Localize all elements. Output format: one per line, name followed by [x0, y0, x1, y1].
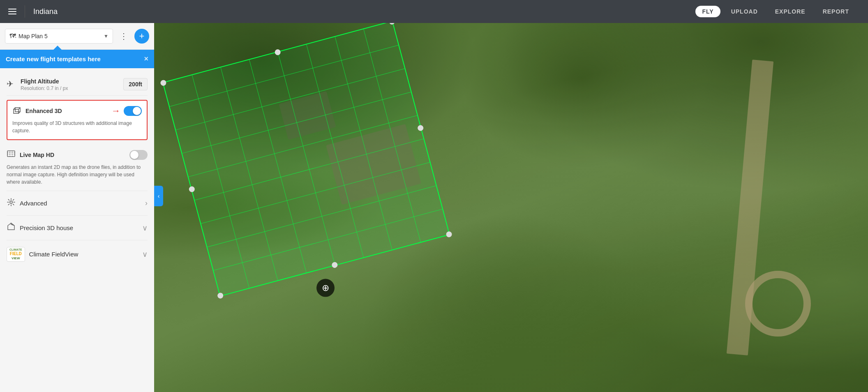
toggle-thumb: [133, 107, 141, 115]
enhanced-3d-icon: [12, 106, 21, 115]
flight-altitude-icon: ✈: [7, 79, 16, 89]
map-plan-chevron-icon: ▼: [104, 33, 108, 39]
advanced-row[interactable]: Advanced ›: [7, 191, 148, 216]
app-header: Indiana FLY UPLOAD EXPLORE REPORT: [0, 0, 868, 23]
flight-altitude-resolution: Resolution: 0.7 in / px: [21, 85, 68, 91]
svg-point-10: [10, 201, 12, 203]
map-plan-icon: 🗺: [9, 32, 16, 40]
tooltip-text: Create new flight templates here: [6, 55, 101, 62]
add-button[interactable]: +: [134, 29, 149, 44]
enhanced-3d-section: Enhanced 3D → Improves quality of 3D str…: [7, 100, 148, 140]
map-plan-label: Map Plan 5: [18, 33, 101, 39]
live-map-description: Generates an instant 2D map as the drone…: [7, 164, 148, 186]
enhanced-3d-header: Enhanced 3D →: [12, 106, 142, 116]
sidebar-content: ✈ Flight Altitude Resolution: 0.7 in / p…: [0, 68, 154, 392]
enhanced-3d-toggle[interactable]: [124, 106, 142, 116]
live-map-label: Live Map HD: [20, 152, 54, 158]
svg-rect-0: [14, 109, 18, 113]
live-map-hd-section: Live Map HD Generates an instant 2D map …: [7, 144, 148, 191]
hamburger-menu-button[interactable]: [0, 0, 25, 23]
svg-rect-5: [7, 151, 15, 157]
tooltip-arrow: [53, 46, 62, 50]
sidebar-collapse-button[interactable]: ‹: [154, 186, 163, 206]
altitude-value[interactable]: 200ft: [123, 78, 148, 90]
app-title: Indiana: [25, 7, 66, 16]
svg-marker-12: [11, 223, 14, 226]
tooltip-banner: Create new flight templates here ×: [0, 50, 154, 68]
live-map-toggle[interactable]: [129, 150, 148, 160]
precision-3d-icon: [7, 222, 16, 233]
flight-altitude-row: ✈ Flight Altitude Resolution: 0.7 in / p…: [7, 74, 148, 96]
enhanced-3d-description: Improves quality of 3D structures with a…: [12, 120, 142, 134]
sidebar-top-bar: 🗺 Map Plan 5 ▼ ⋮ +: [0, 23, 154, 50]
climate-fieldview-label: Climate FieldView: [29, 251, 78, 258]
nav-report-button[interactable]: REPORT: [816, 6, 856, 17]
advanced-label: Advanced: [20, 200, 47, 207]
nav-upload-button[interactable]: UPLOAD: [725, 6, 764, 17]
map-area[interactable]: START ⊕: [154, 23, 868, 392]
map-plan-selector[interactable]: 🗺 Map Plan 5 ▼: [5, 29, 113, 44]
live-map-toggle-thumb: [130, 151, 139, 159]
climate-badge: CLIMATE FIELD VIEW: [7, 247, 25, 262]
map-driveway: [745, 271, 811, 337]
advanced-chevron-icon: ›: [145, 199, 148, 208]
red-arrow-icon: →: [111, 106, 120, 116]
enhanced-3d-label: Enhanced 3D: [25, 108, 62, 114]
flight-altitude-label: Flight Altitude: [21, 78, 68, 85]
flight-altitude-info: Flight Altitude Resolution: 0.7 in / px: [21, 78, 68, 91]
arrow-indicator: →: [62, 106, 142, 116]
move-icon[interactable]: ⊕: [316, 279, 335, 297]
toggle-track: [124, 106, 142, 116]
live-map-icon: [7, 149, 16, 160]
nav-fly-button[interactable]: FLY: [695, 6, 720, 17]
nav-explore-button[interactable]: EXPLORE: [769, 6, 812, 17]
map-background: START ⊕: [154, 23, 868, 392]
header-navigation: FLY UPLOAD EXPLORE REPORT: [695, 6, 868, 17]
advanced-icon: [7, 198, 16, 209]
precision-3d-label: Precision 3D house: [20, 224, 73, 231]
more-options-button[interactable]: ⋮: [116, 29, 131, 44]
live-map-toggle-track: [129, 150, 148, 160]
precision-chevron-icon: ∨: [142, 224, 148, 233]
sidebar: 🗺 Map Plan 5 ▼ ⋮ + Create new flight tem…: [0, 23, 154, 392]
collapse-arrow-icon: ‹: [158, 193, 160, 199]
live-map-header: Live Map HD: [7, 149, 148, 160]
tooltip-close-button[interactable]: ×: [144, 55, 148, 63]
precision-3d-row[interactable]: Precision 3D house ∨: [7, 216, 148, 240]
climate-chevron-icon: ∨: [142, 250, 148, 259]
hamburger-icon: [8, 9, 16, 14]
climate-fieldview-row[interactable]: CLIMATE FIELD VIEW Climate FieldView ∨: [7, 240, 148, 268]
